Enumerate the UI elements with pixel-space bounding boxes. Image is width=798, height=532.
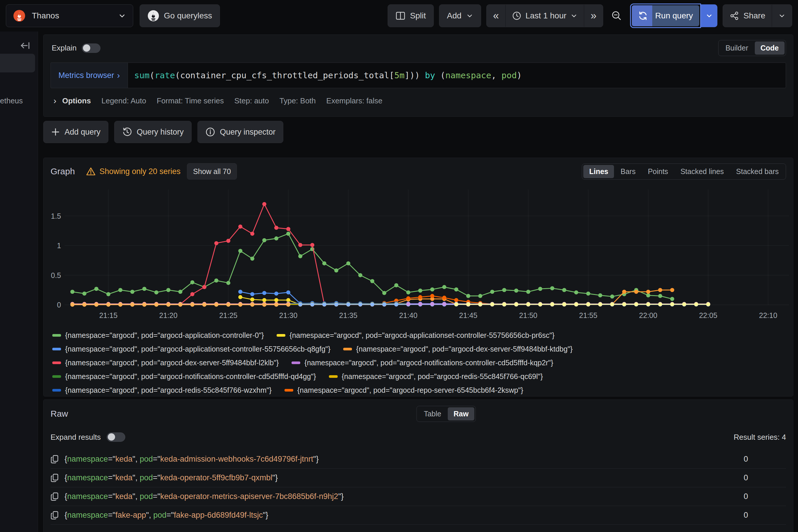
legend-series-marker [277,334,285,337]
svg-text:0.5: 0.5 [51,271,61,280]
copy-icon[interactable] [51,492,59,501]
svg-text:21:30: 21:30 [279,311,298,319]
drawer-selected-item[interactable] [0,54,35,72]
svg-text:21:55: 21:55 [579,311,598,319]
legend-series-marker [52,389,61,392]
share-button[interactable]: Share [723,5,772,27]
svg-text:0: 0 [57,301,61,309]
collapse-drawer-icon[interactable] [20,41,31,50]
angle-double-left-icon: « [493,11,499,21]
legend-series-marker [329,375,338,378]
clock-icon [512,11,521,20]
graph-style-bars[interactable]: Bars [615,165,641,178]
svg-text:21:45: 21:45 [459,311,478,319]
legend-item[interactable]: {namespace="argocd", pod="argocd-dex-ser… [343,345,573,353]
raw-result-row: {namespace="keda", pod="keda-operator-5f… [51,469,786,487]
legend-item[interactable]: {namespace="argocd", pod="argocd-redis-5… [52,386,272,395]
magnifier-minus-icon [611,10,623,22]
builder-mode-option[interactable]: Builder [720,41,754,55]
graph-style-stacked-bars[interactable]: Stacked bars [730,165,784,178]
options-step-meta: Step: auto [234,96,269,106]
query-expression: sum(rate(container_cpu_cfs_throttled_per… [134,70,522,80]
datasource-label: Thanos [32,11,112,20]
prometheus-white-icon [148,10,159,22]
add-button[interactable]: Add [439,4,481,27]
editor-mode-group: Builder Code [718,40,786,56]
run-query-dropdown-button[interactable] [701,4,717,27]
show-all-series-button[interactable]: Show all 70 [187,163,237,179]
split-pane-icon [395,11,405,21]
legend-item[interactable]: {namespace="argocd", pod="argocd-applica… [52,331,264,340]
explain-label: Explain [52,43,76,53]
chevron-down-icon [571,12,577,19]
query-inspector-button[interactable]: Query inspector [198,121,284,143]
time-shift-forward-button[interactable]: » [584,5,603,27]
legend-item[interactable]: {namespace="argocd", pod="argocd-repo-se… [284,386,523,395]
time-shift-back-button[interactable]: « [487,5,506,27]
plus-icon [51,128,60,136]
metrics-browser-button[interactable]: Metrics browser › [51,62,128,88]
run-query-button[interactable]: Run query [630,3,701,28]
run-query-split-button: Run query [630,3,717,28]
raw-row-value: 0 [744,473,748,482]
legend-item[interactable]: {namespace="argocd", pod="argocd-redis-5… [329,372,543,381]
legend-item[interactable]: {namespace="argocd", pod="argocd-notific… [292,359,553,367]
query-editor-panel: Explain Builder Code Metrics browser › s… [43,35,793,117]
run-query-label: Run query [652,5,699,26]
raw-row-value: 0 [744,492,748,501]
raw-view-option[interactable]: Raw [448,407,475,420]
query-actions: Add query Query history Query inspector [43,121,283,143]
top-bar: Thanos Go queryless Split Add « [0,0,798,32]
legend-item[interactable]: {namespace="argocd", pod="argocd-dex-ser… [52,359,279,367]
code-mode-option[interactable]: Code [755,41,785,55]
datasource-picker[interactable]: Thanos [6,4,133,27]
copy-icon[interactable] [51,511,59,520]
options-label[interactable]: Options [62,96,91,106]
time-series-chart[interactable]: 00.511.521:1521:2021:2521:3021:3521:4021… [47,184,794,323]
raw-result-row: {namespace="keda", pod="keda-admission-w… [51,450,786,469]
metrics-browser-label: Metrics browser [58,71,114,80]
legend-series-marker [292,361,300,364]
expand-results-toggle[interactable] [107,433,125,442]
share-dropdown-button[interactable] [772,5,792,27]
expand-results-label: Expand results [51,433,101,442]
graph-style-points[interactable]: Points [642,165,674,178]
legend-series-marker [284,389,293,392]
legend-item[interactable]: {namespace="argocd", pod="argocd-applica… [52,345,330,353]
legend-item[interactable]: {namespace="argocd", pod="argocd-applica… [277,331,554,340]
query-history-button[interactable]: Query history [114,121,192,143]
refresh-icon [632,5,652,26]
graph-style-lines[interactable]: Lines [583,165,614,178]
show-all-series-label: Show all 70 [193,167,231,176]
legend-item[interactable]: {namespace="argocd", pod="argocd-notific… [52,372,316,381]
drawer-item-label: etheus [0,96,23,106]
time-range-label: Last 1 hour [525,11,567,20]
query-history-label: Query history [137,128,184,137]
svg-text:22:05: 22:05 [699,311,717,319]
share-label: Share [743,11,765,20]
raw-panel-title: Raw [51,409,68,419]
chevron-down-icon [118,12,126,20]
add-label: Add [447,11,462,20]
svg-text:21:15: 21:15 [99,311,118,319]
add-query-button[interactable]: Add query [43,121,108,143]
svg-text:21:35: 21:35 [339,311,357,319]
time-picker-group: « Last 1 hour » [486,4,603,27]
graph-style-stacked-lines[interactable]: Stacked lines [674,165,730,178]
table-view-option[interactable]: Table [418,407,447,420]
graph-panel: Graph Showing only 20 series Show all 70… [43,158,793,397]
go-queryless-button[interactable]: Go queryless [140,4,220,27]
chevron-right-icon[interactable]: › [53,96,56,106]
split-button[interactable]: Split [388,4,434,27]
zoom-out-button[interactable] [609,4,625,27]
info-circle-icon [205,127,215,137]
copy-icon[interactable] [51,473,59,483]
raw-row-value: 0 [744,511,748,520]
time-range-button[interactable]: Last 1 hour [506,5,584,27]
query-expression-input[interactable]: sum(rate(container_cpu_cfs_throttled_per… [128,62,786,88]
explain-toggle[interactable] [82,43,100,53]
graph-style-group: Lines Bars Points Stacked lines Stacked … [582,164,786,179]
copy-icon[interactable] [51,455,59,464]
svg-text:22:10: 22:10 [759,311,778,319]
options-legend-meta: Legend: Auto [101,96,146,106]
